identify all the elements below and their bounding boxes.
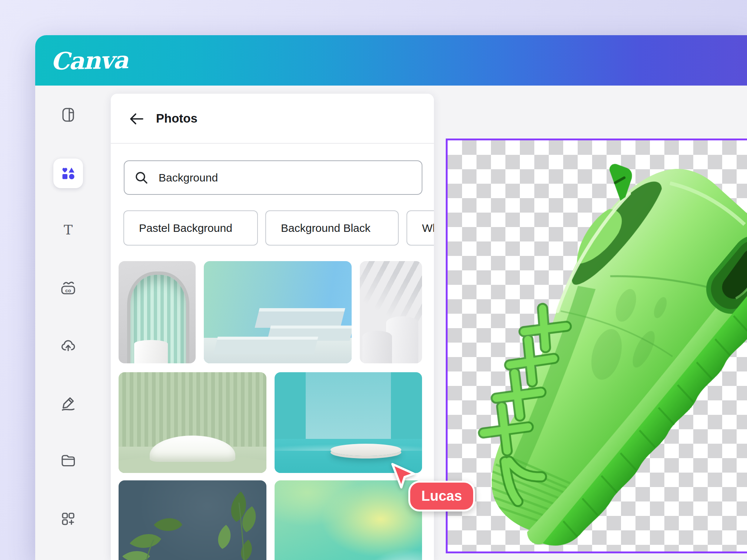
photo-art <box>150 436 235 462</box>
search-icon <box>133 170 150 186</box>
photo-art <box>255 308 345 328</box>
photo-art <box>213 337 318 354</box>
photo-thumbnail[interactable] <box>275 480 422 560</box>
panel-header: Photos <box>111 94 434 143</box>
sneaker-image[interactable] <box>448 140 747 551</box>
photo-art <box>306 372 391 441</box>
back-button[interactable] <box>126 109 146 129</box>
sidebar-item-uploads[interactable] <box>53 331 83 360</box>
draw-pen-icon <box>60 395 76 411</box>
chip-label: Pastel Background <box>139 222 232 234</box>
photo-thumbnail[interactable] <box>119 372 266 473</box>
chip-label: Wh <box>422 222 434 234</box>
photo-art <box>362 331 392 363</box>
photo-thumbnail[interactable] <box>204 261 352 363</box>
sidebar-item-apps[interactable] <box>53 504 83 534</box>
sidebar-item-draw[interactable] <box>53 388 83 418</box>
svg-text:T: T <box>64 222 73 237</box>
chip-background-black[interactable]: Background Black <box>265 210 399 246</box>
panel-divider <box>111 143 434 144</box>
sidebar-item-brand[interactable]: co <box>53 273 83 303</box>
canva-logo[interactable]: Canva <box>50 43 128 78</box>
canva-window: Canva T co <box>35 35 747 560</box>
app-header: Canva <box>35 35 747 86</box>
chip-pastel-background[interactable]: Pastel Background <box>123 210 258 246</box>
monstera-leaves-art <box>119 480 266 560</box>
sidebar-item-elements[interactable] <box>53 159 83 188</box>
arrow-left-icon <box>127 112 145 126</box>
photo-art <box>331 444 401 456</box>
apps-grid-plus-icon <box>60 511 76 527</box>
photo-thumbnail[interactable] <box>119 261 196 363</box>
canvas-page[interactable] <box>446 139 747 553</box>
search-input[interactable] <box>124 160 422 195</box>
photo-art <box>134 340 168 363</box>
photos-panel: Photos Pastel Background Background Blac… <box>110 93 434 560</box>
brand-co-icon: co <box>60 280 76 296</box>
page-title: Photos <box>156 111 197 126</box>
sidebar-item-design[interactable] <box>53 100 83 130</box>
photo-thumbnail[interactable] <box>275 372 422 473</box>
elements-icon <box>60 165 76 181</box>
chip-label: Background Black <box>281 222 371 234</box>
sidebar-item-text[interactable]: T <box>53 215 83 245</box>
cloud-upload-icon <box>60 337 76 354</box>
svg-text:co: co <box>65 288 71 293</box>
sidebar-item-projects[interactable] <box>53 446 83 475</box>
chip-clipped[interactable]: Wh <box>406 210 434 246</box>
folder-icon <box>60 452 76 469</box>
text-icon: T <box>60 222 76 238</box>
search-field[interactable] <box>158 171 413 184</box>
design-icon <box>60 107 76 123</box>
photo-thumbnail[interactable] <box>119 480 266 560</box>
photo-thumbnail[interactable] <box>360 261 422 363</box>
